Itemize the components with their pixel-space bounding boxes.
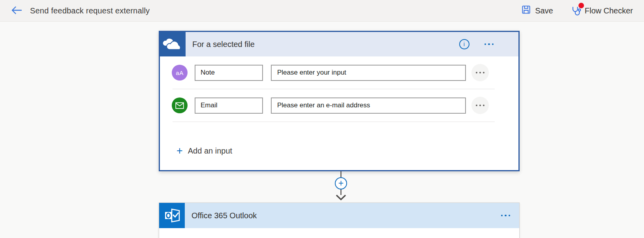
action-card-title: Office 365 Outlook (192, 211, 257, 220)
email-name-input[interactable] (195, 97, 263, 114)
command-bar: Send feedback request externally Save (0, 0, 644, 22)
more-options-icon (476, 72, 484, 73)
trigger-menu-icon[interactable] (484, 43, 494, 45)
action-menu-icon[interactable] (501, 215, 511, 217)
connector-line (340, 189, 342, 195)
trigger-header-actions: i (459, 39, 519, 49)
trigger-card-title: For a selected file (192, 40, 255, 49)
email-row-menu-button[interactable] (471, 97, 489, 114)
stethoscope-icon (570, 5, 581, 16)
flow-title: Send feedback request externally (30, 6, 150, 15)
save-label: Save (535, 6, 553, 15)
plus-icon: + (176, 146, 183, 156)
arrow-down-icon (336, 195, 346, 202)
action-header-actions (501, 215, 520, 217)
command-bar-actions: Save Flow Checker (521, 5, 633, 17)
text-input-badge: aA (172, 65, 188, 81)
save-button[interactable]: Save (521, 5, 553, 17)
note-name-input[interactable] (195, 65, 263, 81)
row-divider (173, 122, 495, 122)
add-input-label: Add an input (188, 146, 232, 156)
input-row-email (160, 89, 518, 122)
onedrive-clouds-icon (160, 32, 186, 56)
action-card-header[interactable]: Office 365 Outlook (159, 203, 519, 228)
email-badge (172, 97, 188, 113)
note-row-menu-button[interactable] (471, 64, 489, 81)
trigger-card: For a selected file i aA (159, 31, 520, 171)
arrow-left-icon (11, 6, 23, 16)
back-button[interactable] (9, 4, 24, 18)
info-icon[interactable]: i (459, 39, 469, 49)
flow-designer-canvas: For a selected file i aA (0, 22, 644, 238)
outlook-icon (159, 203, 185, 228)
trigger-card-header[interactable]: For a selected file i (160, 32, 518, 56)
action-card-body (159, 228, 519, 238)
add-input-button[interactable]: + Add an input (160, 146, 232, 156)
floppy-disk-icon (521, 5, 531, 17)
email-placeholder-input[interactable] (271, 97, 466, 114)
flow-checker-button[interactable]: Flow Checker (570, 5, 633, 16)
input-row-note: aA (160, 56, 518, 89)
action-card: Office 365 Outlook (159, 202, 520, 238)
trigger-card-body: aA (160, 56, 518, 156)
insert-step-button[interactable]: + (335, 177, 347, 189)
flow-checker-label: Flow Checker (585, 6, 633, 15)
more-options-icon (476, 105, 484, 106)
connector-line (340, 171, 342, 177)
note-placeholder-input[interactable] (271, 65, 466, 81)
red-alert-dot (578, 3, 584, 8)
